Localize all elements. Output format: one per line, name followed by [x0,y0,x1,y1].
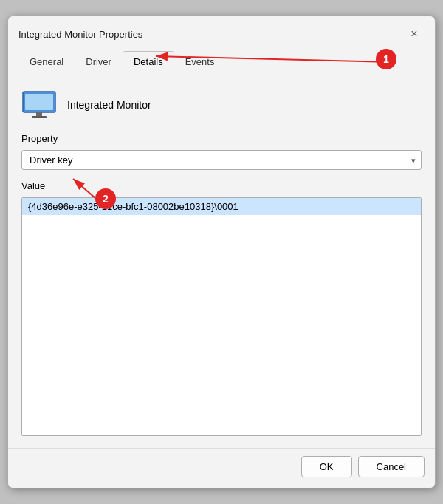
tab-details[interactable]: Details [123,51,174,72]
annotation-2: 2 [95,188,116,209]
value-box: {4d36e96e-e325-11ce-bfc1-08002be10318}\0… [21,197,422,436]
close-button[interactable]: × [404,24,425,44]
device-header: Integrated Monitor [21,84,422,123]
tab-events[interactable]: Events [174,51,226,72]
cancel-button[interactable]: Cancel [358,456,425,477]
svg-rect-3 [32,116,47,118]
ok-button[interactable]: OK [301,456,352,477]
tab-driver[interactable]: Driver [75,51,123,72]
tab-general[interactable]: General [18,51,75,72]
value-section: Value {4d36e96e-e325-11ce-bfc1-08002be10… [21,180,422,436]
property-section: Property Driver key Device description H… [21,133,422,170]
footer: OK Cancel [8,448,435,488]
title-bar: Integrated Monitor Properties × [8,16,435,44]
annotation-1: 1 [376,49,396,69]
value-content: {4d36e96e-e325-11ce-bfc1-08002be10318}\0… [22,198,421,215]
property-label: Property [21,133,422,144]
dialog-title: Integrated Monitor Properties [18,29,142,40]
svg-rect-1 [25,94,53,110]
content-area: Integrated Monitor Property Driver key D… [8,72,435,448]
device-name: Integrated Monitor [67,99,151,111]
svg-rect-2 [36,112,42,116]
value-label: Value [21,180,422,191]
monitor-icon [21,90,57,120]
property-dropdown-wrapper: Driver key Device description Hardware I… [21,150,422,170]
tabs-container: General Driver Details Events [8,44,435,72]
dialog-window: Integrated Monitor Properties × General … [7,16,436,488]
property-dropdown[interactable]: Driver key Device description Hardware I… [21,150,422,170]
